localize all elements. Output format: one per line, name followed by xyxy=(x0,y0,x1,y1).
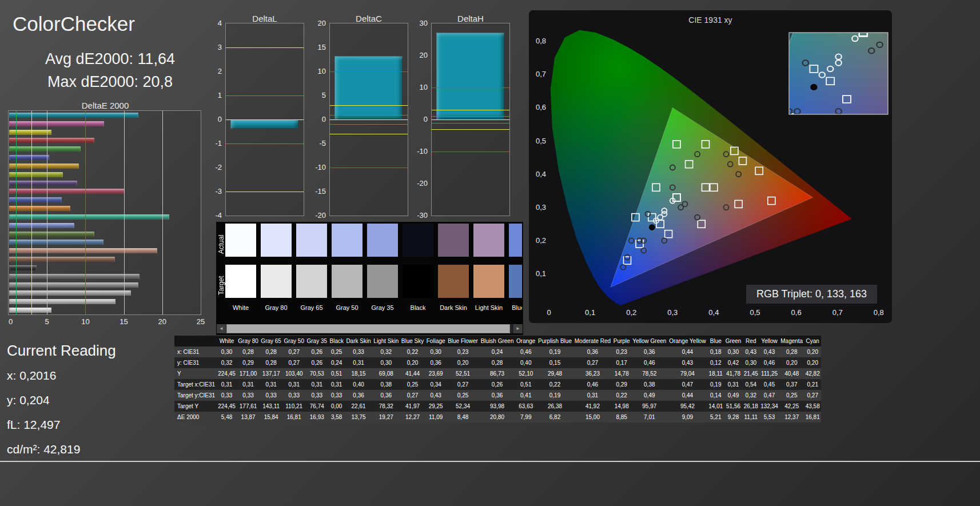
table-header-row: WhiteGray 80Gray 65Gray 50Gray 35BlackDa… xyxy=(174,336,821,346)
scrollbar-thumb[interactable] xyxy=(226,324,510,333)
svg-text:0,7: 0,7 xyxy=(832,308,843,317)
swatch-column-gray-65: Gray 65 xyxy=(296,224,327,311)
table-row: y: CIE310,320,290,280,270,260,240,310,30… xyxy=(174,357,821,368)
deltae-gridline xyxy=(47,111,47,314)
deltaH-ref-line xyxy=(432,123,509,123)
deltae-bar-cyan xyxy=(9,113,138,118)
deltaC-ref-line xyxy=(330,71,408,72)
deltae-bar-bluish-green xyxy=(9,214,169,220)
deltae-bar-red xyxy=(9,138,94,143)
swatch-actual xyxy=(261,224,292,257)
swatch-name: White xyxy=(225,304,256,311)
table-row: x: CIE310,300,280,280,270,260,250,330,32… xyxy=(174,346,821,357)
deltaH-ref-line xyxy=(432,87,509,88)
deltaH-zero-line xyxy=(432,119,509,120)
swatch-actual xyxy=(367,224,398,257)
deltaL-plot xyxy=(225,23,304,216)
swatch-actual xyxy=(438,224,469,257)
max-de2000-readout: Max dE2000: 20,8 xyxy=(0,73,220,91)
colorchecker-app: ColorChecker Avg dE2000: 11,64 Max dE200… xyxy=(0,0,980,506)
swatch-target xyxy=(225,265,256,298)
deltaH-bar xyxy=(436,33,504,119)
deltaC-ref-line xyxy=(330,115,408,115)
deltaC-ref-line xyxy=(330,134,408,134)
svg-text:0,5: 0,5 xyxy=(750,308,760,317)
svg-text:0,1: 0,1 xyxy=(585,308,595,317)
swatch-target xyxy=(509,265,522,298)
deltae-gridline xyxy=(124,111,125,314)
reading-fl: fL: 12,497 xyxy=(7,418,190,432)
deltae-bar-orange-yellow xyxy=(9,164,79,169)
svg-text:0,8: 0,8 xyxy=(536,37,546,45)
cie-diagram-panel: 0,10,20,30,40,50,60,70,800,10,20,30,40,5… xyxy=(529,10,892,323)
deltae-bar-yellow xyxy=(9,130,51,135)
swatch-name: Blue Sky xyxy=(509,304,522,311)
deltae-bar-dark-skin xyxy=(9,257,115,262)
deltae-bar-blue-sky xyxy=(9,240,103,245)
scroll-right-button[interactable]: ► xyxy=(513,324,523,333)
delta-l-title: DeltaL xyxy=(225,14,304,23)
deltaC-bar xyxy=(334,56,403,119)
swatch-column-dark-skin: Dark Skin xyxy=(438,224,469,311)
deltaH-ref-line xyxy=(432,116,509,117)
delta-e-2000-chart: DeltaE 2000 0510152025 xyxy=(8,101,202,332)
swatch-column-gray-35: Gray 35 xyxy=(367,224,398,311)
swatch-panel: Actual Target WhiteGray 80Gray 65Gray 50… xyxy=(216,222,523,335)
deltaL-bar xyxy=(230,119,298,129)
cie-title: CIE 1931 xy xyxy=(529,15,892,25)
table-row: ΔE 20005,4813,8715,8416,8116,933,5813,75… xyxy=(174,412,821,423)
svg-text:0,5: 0,5 xyxy=(536,137,546,145)
swatch-name: Gray 50 xyxy=(332,304,362,311)
deltaC-zero-line xyxy=(330,119,408,120)
deltae-bar-purple xyxy=(9,181,77,186)
swatch-column-gray-80: Gray 80 xyxy=(261,224,292,311)
delta-e-chart-title: DeltaE 2000 xyxy=(8,101,202,110)
delta-c-title: DeltaC xyxy=(329,14,408,23)
swatch-strip: WhiteGray 80Gray 65Gray 50Gray 35BlackDa… xyxy=(225,224,522,311)
current-reading-panel: Current Reading x: 0,2016 y: 0,204 fL: 1… xyxy=(7,342,190,467)
svg-text:0: 0 xyxy=(547,308,551,317)
deltaL-zero-line xyxy=(226,119,304,120)
deltae-bar-green xyxy=(9,146,81,152)
swatch-target xyxy=(367,265,398,298)
actual-row-label: Actual xyxy=(217,226,225,262)
results-table-wrap: WhiteGray 80Gray 65Gray 50Gray 35BlackDa… xyxy=(174,336,821,423)
deltae-bar-orange xyxy=(9,206,70,211)
deltae-bar-gray-80 xyxy=(9,299,115,304)
swatch-actual xyxy=(473,224,504,257)
deltae-plot xyxy=(8,110,201,315)
swatch-actual xyxy=(332,224,362,257)
svg-text:0,6: 0,6 xyxy=(791,308,802,317)
reading-cdm2: cd/m²: 42,819 xyxy=(7,443,190,456)
deltae-ref-line xyxy=(16,111,17,314)
svg-text:0,4: 0,4 xyxy=(708,308,719,317)
deltae-bar-gray-50 xyxy=(9,282,138,288)
swatch-name: Gray 35 xyxy=(367,304,398,311)
deltaH-ref-line xyxy=(432,129,509,130)
deltae-gridline xyxy=(162,111,163,314)
swatch-target xyxy=(438,265,469,298)
deltae-gridline xyxy=(201,111,201,314)
delta-c-chart: DeltaC 20151050-5-10-15-20 xyxy=(310,14,409,229)
scroll-left-icon: ◄ xyxy=(219,326,224,331)
swatch-target xyxy=(261,265,292,298)
deltae-bar-black xyxy=(9,265,37,270)
deltaC-ref-line xyxy=(330,105,408,106)
deltae-ref-line xyxy=(31,111,32,314)
deltaH-yaxis: 3020100-10-20-30 xyxy=(412,23,429,216)
rgb-triplet-readout: RGB Triplet: 0, 133, 163 xyxy=(746,285,877,304)
deltaL-ref-line xyxy=(226,47,304,48)
swatch-column-blue-sky: Blue Sky xyxy=(509,224,522,311)
deltae-bar-white xyxy=(9,308,51,313)
table-row: Target Y224,45177,61143,11110,2176,740,0… xyxy=(174,401,821,412)
deltae-bar-yellow-green xyxy=(9,172,63,177)
deltae-bar-gray-35 xyxy=(9,274,140,279)
cie-svg: 0,10,20,30,40,50,60,70,800,10,20,30,40,5… xyxy=(529,10,892,323)
table-row: Y224,45171,00137,17103,4070,530,5118,156… xyxy=(174,368,821,379)
swatch-scrollbar[interactable]: ◄ ► xyxy=(217,324,523,333)
svg-text:0,2: 0,2 xyxy=(536,236,546,245)
scroll-left-button[interactable]: ◄ xyxy=(217,324,226,333)
deltae-bar-blue-flower xyxy=(9,223,74,228)
deltaC-ref-line xyxy=(330,124,408,125)
deltaL-ref-line xyxy=(226,144,304,144)
